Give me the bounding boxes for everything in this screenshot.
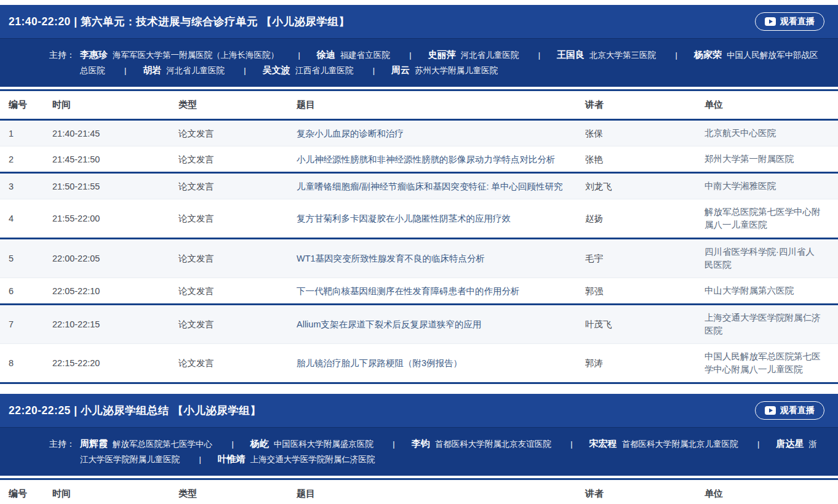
moderator-affiliation: 河北省儿童医院 [461, 50, 519, 60]
moderator-name: 胡岩 [143, 65, 161, 75]
cell-unit: 中山大学附属第六医院 [704, 278, 838, 305]
col-header-unit: 单位 [704, 90, 838, 120]
moderator-affiliation: 北京大学第三医院 [589, 50, 656, 60]
cell-speaker: 张保 [585, 120, 704, 146]
moderator-item: |周云苏州大学附属儿童医院 [356, 65, 498, 75]
cell-time: 21:55-22:00 [52, 199, 178, 239]
cell-speaker: 张艳 [585, 146, 704, 173]
moderator-name: 杨屹 [250, 438, 269, 449]
cell-time: 22:10-22:15 [52, 305, 178, 344]
moderator-separator: | [298, 50, 300, 60]
col-header-time: 时间 [52, 479, 178, 504]
cell-number: 1 [0, 120, 52, 146]
col-header-speaker: 讲者 [585, 479, 704, 504]
moderator-separator: | [757, 439, 759, 449]
col-header-number: 编号 [0, 90, 52, 120]
video-play-icon [765, 406, 776, 415]
cell-speaker: 郭涛 [585, 344, 704, 383]
cell-speaker: 毛宇 [585, 239, 704, 278]
cell-title: 复杂小儿血尿的诊断和治疗 [297, 120, 585, 146]
moderator-item: |杨屹中国医科大学附属盛京医院 [215, 438, 373, 449]
cell-number: 4 [0, 199, 52, 239]
moderators-list: |周辉霞解放军总医院第七医学中心 |杨屹中国医科大学附属盛京医院 |李钧首都医科… [80, 436, 820, 467]
col-header-type: 类型 [178, 479, 297, 504]
moderator-name: 周辉霞 [80, 438, 108, 449]
cell-type: 论文发言 [178, 120, 297, 146]
schedule-table: 编号 时间 类型 题目 讲者 单位 1 21:40-21:45 论文发言 复杂小… [0, 89, 838, 384]
cell-unit: 解放军总医院第七医学中心附属八一儿童医院 [704, 199, 838, 239]
cell-number: 7 [0, 305, 52, 344]
table-row: 8 22:15-22:20 论文发言 胎儿镜治疗胎儿下尿路梗阻（附3例报告） 郭… [0, 344, 838, 383]
moderator-separator: | [393, 439, 394, 449]
table-row: 3 21:50-21:55 论文发言 儿童嗜铬细胞瘤/副神经节瘤临床和基因突变特… [0, 173, 838, 199]
moderator-item: |胡岩河北省儿童医院 [108, 65, 225, 75]
cell-type: 论文发言 [178, 199, 297, 239]
col-header-number: 编号 [0, 479, 52, 504]
moderator-separator: | [124, 66, 126, 75]
moderator-separator: | [675, 50, 677, 60]
moderator-separator: | [409, 50, 411, 60]
moderator-affiliation: 江西省儿童医院 [295, 66, 354, 75]
cell-unit: 中国人民解放军总医院第七医学中心附属八一儿童医院 [704, 344, 838, 383]
moderator-item: |周辉霞解放军总医院第七医学中心 [80, 438, 212, 449]
cell-type: 论文发言 [178, 278, 297, 305]
moderator-affiliation: 苏州大学附属儿童医院 [415, 66, 498, 75]
table-row: 2 21:45-21:50 论文发言 小儿神经源性膀胱和非神经源性膀胱的影像尿动… [0, 146, 838, 173]
moderator-separator: | [570, 439, 572, 449]
col-header-title: 题目 [297, 479, 585, 504]
moderator-name: 吴文波 [263, 65, 290, 75]
watch-live-button[interactable]: 观看直播 [755, 12, 824, 31]
watch-live-button[interactable]: 观看直播 [755, 401, 824, 420]
session-title: 21:40-22:20 | 第六单元：技术进展与综合诊疗单元 【小儿泌尿学组】 [9, 14, 349, 29]
cell-number: 2 [0, 146, 52, 173]
cell-title: Allium支架在尿道下裂术后反复尿道狭窄的应用 [297, 305, 585, 344]
moderators-list: |李惠珍海军军医大学第一附属医院（上海长海医院） |徐迪福建省立医院 |史丽萍河… [80, 47, 820, 78]
cell-time: 21:40-21:45 [52, 120, 178, 146]
moderator-affiliation: 首都医科大学附属北京友谊医院 [435, 439, 551, 449]
moderator-separator: | [231, 439, 233, 449]
schedule-rows: 1 21:40-21:45 论文发言 复杂小儿血尿的诊断和治疗 张保 北京航天中… [0, 120, 838, 383]
cell-number: 8 [0, 344, 52, 383]
table-row: 6 22:05-22:10 论文发言 下一代靶向核基因组测序在性发育障碍患者中的… [0, 278, 838, 305]
cell-title: 下一代靶向核基因组测序在性发育障碍患者中的作用分析 [297, 278, 585, 305]
moderator-affiliation: 福建省立医院 [340, 50, 390, 60]
col-header-type: 类型 [178, 90, 297, 120]
moderator-item: |李惠珍海军军医大学第一附属医院（上海长海医院） [80, 49, 279, 60]
moderator-item: |吴文波江西省儿童医院 [227, 65, 353, 75]
moderator-affiliation: 河北省儿童医院 [166, 66, 225, 75]
moderator-name: 李惠珍 [80, 49, 108, 60]
cell-speaker: 郭强 [585, 278, 704, 305]
cell-unit: 四川省医学科学院·四川省人民医院 [704, 239, 838, 278]
moderator-name: 徐迪 [317, 49, 335, 60]
cell-type: 论文发言 [178, 146, 297, 173]
moderator-separator: | [373, 66, 375, 75]
cell-title: WT1基因突变所致性腺发育不良的临床特点分析 [297, 239, 585, 278]
watch-live-label: 观看直播 [780, 405, 815, 416]
cell-time: 22:15-22:20 [52, 344, 178, 383]
table-header-row: 编号 时间 类型 题目 讲者 单位 [0, 90, 838, 120]
cell-type: 论文发言 [178, 305, 297, 344]
cell-title: 胎儿镜治疗胎儿下尿路梗阻（附3例报告） [297, 344, 585, 383]
moderator-name: 宋宏程 [589, 438, 617, 449]
table-header-row: 编号 时间 类型 题目 讲者 单位 [0, 479, 838, 504]
moderator-separator: | [199, 455, 201, 464]
cell-number: 3 [0, 173, 52, 199]
cell-time: 21:50-21:55 [52, 173, 178, 199]
moderator-name: 史丽萍 [428, 49, 456, 60]
moderator-name: 杨家荣 [694, 49, 722, 60]
moderator-name: 唐达星 [776, 438, 804, 449]
moderator-item: |叶惟靖上海交通大学医学院附属仁济医院 [182, 454, 375, 464]
table-row: 1 21:40-21:45 论文发言 复杂小儿血尿的诊断和治疗 张保 北京航天中… [0, 120, 838, 146]
program-sections: 21:40-22:20 | 第六单元：技术进展与综合诊疗单元 【小儿泌尿学组】 … [0, 5, 838, 504]
moderator-affiliation: 中国医科大学附属盛京医院 [274, 439, 373, 449]
cell-time: 21:45-21:50 [52, 146, 178, 173]
moderator-separator: | [244, 66, 245, 75]
moderators-bar: 主持： |周辉霞解放军总医院第七医学中心 |杨屹中国医科大学附属盛京医院 |李钧… [0, 427, 838, 476]
moderator-item: |王国良北京大学第三医院 [522, 49, 656, 60]
col-header-title: 题目 [297, 90, 585, 120]
moderator-affiliation: 上海交通大学医学院附属仁济医院 [250, 455, 375, 464]
moderators-bar: 主持： |李惠珍海军军医大学第一附属医院（上海长海医院） |徐迪福建省立医院 |… [0, 38, 838, 87]
cell-unit: 郑州大学第一附属医院 [704, 146, 838, 173]
cell-unit: 中南大学湘雅医院 [704, 173, 838, 199]
moderator-name: 周云 [391, 65, 410, 75]
